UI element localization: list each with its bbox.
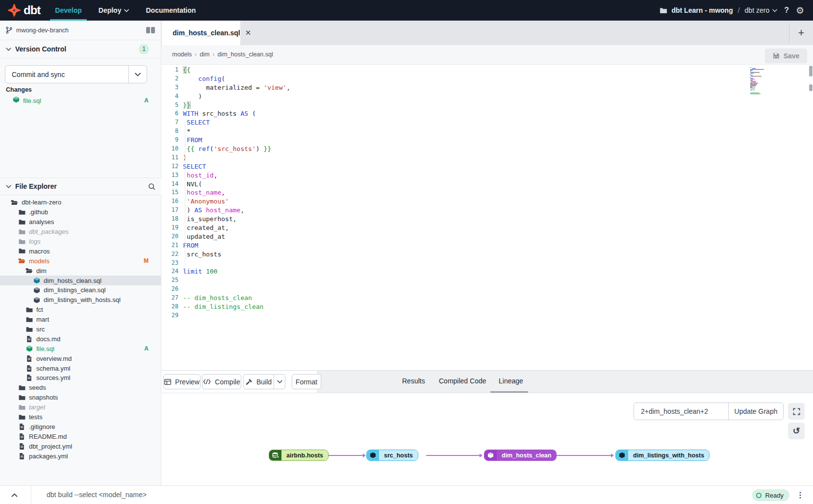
- tree-item-packages.yml[interactable]: packages.yml: [0, 451, 161, 461]
- nav-develop[interactable]: Develop: [55, 0, 81, 21]
- tree-item-dim[interactable]: dim: [0, 266, 161, 276]
- code-line-6[interactable]: 6WITH src_hosts AS (: [161, 109, 813, 118]
- tree-item-dbt-learn-zero[interactable]: dbt-learn-zero: [0, 198, 161, 207]
- preview-button[interactable]: Preview: [163, 374, 201, 389]
- code-line-8[interactable]: 8 *: [161, 127, 813, 136]
- expand-command-panel-button[interactable]: [9, 490, 20, 500]
- command-input[interactable]: dbt build --select <model_name>: [47, 491, 147, 499]
- code-line-10[interactable]: 10 {{ ref('src_hosts') }}: [161, 145, 813, 153]
- reset-view-button[interactable]: ↺: [788, 423, 805, 439]
- tree-item-dim_listings_with_hosts.sql[interactable]: dim_listings_with_hosts.sql: [0, 295, 161, 305]
- tree-item-logs[interactable]: logs: [0, 237, 161, 247]
- code-line-1[interactable]: 1{{: [161, 66, 813, 75]
- code-line-3[interactable]: 3 materialized = 'view',: [161, 83, 813, 92]
- changed-file-row[interactable]: file.sql A: [0, 95, 161, 106]
- update-graph-button[interactable]: Update Graph: [728, 403, 783, 420]
- tree-item-dim_hosts_clean.sql[interactable]: dim_hosts_clean.sql: [0, 276, 161, 285]
- build-button[interactable]: Build: [243, 374, 274, 389]
- tree-item-.gitignore[interactable]: .gitignore: [0, 422, 161, 431]
- kebab-menu-icon[interactable]: ⋮: [796, 490, 804, 501]
- tree-item-overview.md[interactable]: overview.md: [0, 353, 161, 363]
- lineage-node-airbnb.hosts[interactable]: airbnb.hosts: [269, 450, 329, 461]
- tree-item-tests[interactable]: tests: [0, 412, 161, 422]
- tree-item-schema.yml[interactable]: schema.yml: [0, 363, 161, 373]
- code-line-23[interactable]: 23: [161, 259, 813, 268]
- code-line-26[interactable]: 26: [161, 285, 813, 294]
- tree-item-src[interactable]: src: [0, 325, 161, 334]
- commit-options-caret[interactable]: [128, 66, 147, 83]
- tree-item-dbt_packages[interactable]: dbt_packages: [0, 227, 161, 237]
- close-tab-icon[interactable]: ✕: [240, 28, 252, 37]
- project-switcher[interactable]: dbt Learn - mwong / dbt zero: [660, 6, 777, 14]
- lineage-node-dim_listings_with_hosts[interactable]: dim_listings_with_hosts: [615, 450, 710, 461]
- tree-item-dbt_project.yml[interactable]: dbt_project.yml: [0, 441, 161, 451]
- code-line-17[interactable]: 17 ) AS host_name,: [161, 206, 813, 215]
- code-line-20[interactable]: 20 updated_at: [161, 232, 813, 241]
- tree-item-seeds[interactable]: seeds: [0, 383, 161, 393]
- code-line-4[interactable]: 4 ): [161, 92, 813, 101]
- environment-selector[interactable]: dbt zero: [745, 6, 778, 14]
- code-line-11[interactable]: 11): [161, 153, 813, 162]
- gear-icon[interactable]: ⚙: [796, 6, 804, 15]
- code-line-2[interactable]: 2 config(: [161, 75, 813, 83]
- format-button[interactable]: Format: [292, 374, 321, 389]
- compile-button[interactable]: Compile: [202, 374, 241, 389]
- editor-tab-active[interactable]: dim_hosts_clean.sql ✕: [162, 21, 240, 45]
- breadcrumb-dim[interactable]: dim: [200, 51, 209, 58]
- code-line-13[interactable]: 13 host_id,: [161, 171, 813, 180]
- version-control-header[interactable]: Version Control 1: [0, 40, 161, 58]
- editor-scrollbar[interactable]: [809, 65, 813, 371]
- code-editor[interactable]: 1{{2 config(3 materialized = 'view',4 )5…: [161, 65, 813, 371]
- code-line-14[interactable]: 14 NVL(: [161, 180, 813, 189]
- breadcrumb-models[interactable]: models: [172, 51, 192, 58]
- commit-and-sync-button[interactable]: Commit and sync: [5, 65, 147, 83]
- code-line-9[interactable]: 9 FROM: [161, 136, 813, 145]
- dbt-logo[interactable]: dbt: [8, 4, 40, 17]
- tab-results[interactable]: Results: [402, 377, 425, 385]
- code-line-25[interactable]: 25: [161, 276, 813, 285]
- code-line-24[interactable]: 24limit 100: [161, 267, 813, 276]
- tree-item-models[interactable]: modelsM: [0, 256, 161, 266]
- code-line-19[interactable]: 19 created_at,: [161, 224, 813, 232]
- code-line-15[interactable]: 15 host_name,: [161, 188, 813, 197]
- fullscreen-button[interactable]: [788, 403, 805, 420]
- tree-item-fct[interactable]: fct: [0, 305, 161, 315]
- tree-item-macros[interactable]: macros: [0, 246, 161, 256]
- code-line-28[interactable]: 28-- dim_listings_clean: [161, 302, 813, 311]
- file-explorer-header[interactable]: File Explorer: [0, 177, 161, 195]
- code-line-18[interactable]: 18 is_superhost,: [161, 215, 813, 224]
- tree-item-file.sql[interactable]: file.sqlA: [0, 344, 161, 353]
- tree-item-dim_listings_clean.sql[interactable]: dim_listings_clean.sql: [0, 285, 161, 295]
- lineage-node-src_hosts[interactable]: src_hosts: [366, 450, 418, 461]
- code-line-16[interactable]: 16 'Anonymous': [161, 197, 813, 206]
- code-line-22[interactable]: 22 src_hosts: [161, 250, 813, 259]
- code-line-29[interactable]: 29: [161, 311, 813, 320]
- code-line-21[interactable]: 21FROM: [161, 241, 813, 250]
- save-button[interactable]: Save: [765, 49, 807, 63]
- new-tab-button[interactable]: +: [795, 27, 807, 39]
- docs-panel-icon[interactable]: [146, 27, 155, 33]
- code-line-27[interactable]: 27-- dim_hosts_clean: [161, 294, 813, 302]
- nav-deploy[interactable]: Deploy: [99, 0, 129, 21]
- tree-item-README.md[interactable]: README.md: [0, 431, 161, 441]
- code-line-7[interactable]: 7 SELECT: [161, 118, 813, 127]
- tree-item-sources.yml[interactable]: sources.yml: [0, 373, 161, 383]
- tree-item-.github[interactable]: .github: [0, 207, 161, 217]
- help-icon[interactable]: ?: [784, 6, 789, 14]
- minimap[interactable]: [750, 67, 770, 96]
- nav-documentation[interactable]: Documentation: [146, 0, 196, 21]
- code-line-12[interactable]: 12SELECT: [161, 162, 813, 171]
- lineage-selector-input[interactable]: [634, 403, 728, 420]
- tree-item-snapshots[interactable]: snapshots: [0, 393, 161, 403]
- code-line-5[interactable]: 5}}: [161, 101, 813, 110]
- tree-item-docs.md[interactable]: docs.md: [0, 334, 161, 344]
- tree-item-analyses[interactable]: analyses: [0, 217, 161, 227]
- build-options-caret[interactable]: [274, 374, 285, 389]
- tree-item-mart[interactable]: mart: [0, 315, 161, 325]
- tab-lineage[interactable]: Lineage: [499, 377, 523, 385]
- tree-item-target[interactable]: target: [0, 403, 161, 412]
- tab-compiled-code[interactable]: Compiled Code: [439, 377, 486, 385]
- breadcrumb-file[interactable]: dim_hosts_clean.sql: [217, 51, 273, 58]
- lineage-node-dim_hosts_clean[interactable]: dim_hosts_clean: [484, 450, 557, 461]
- search-icon[interactable]: [148, 183, 155, 190]
